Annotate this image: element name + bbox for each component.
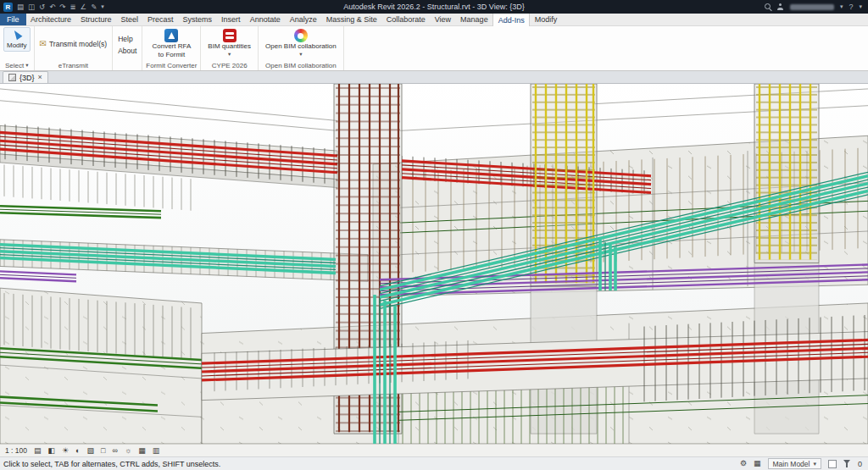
panel-label-etransmit: eTransmit [38,60,109,70]
modify-cursor-icon [11,29,22,41]
modify-button-label: Modify [7,42,27,50]
titlebar-overflow-caret-icon[interactable]: ▾ [859,3,862,10]
qat-customize-caret-icon[interactable]: ▾ [101,3,104,10]
select-caret-icon: ▾ [25,63,28,69]
view-tab-bar: {3D} × [0,71,868,84]
transmit-models-button[interactable]: ✉ Transmit model(s) [38,39,109,49]
account-menu-caret-icon[interactable]: ▾ [840,3,843,10]
about-button[interactable]: About [116,46,138,56]
search-icon[interactable] [765,3,771,10]
active-design-option-value: Main Model [773,460,810,468]
measure-icon[interactable]: ∠ [81,3,87,11]
open-icon[interactable]: ▤ [17,3,24,11]
exclude-options-checkbox[interactable] [828,460,837,468]
title-bar: R ▤ ◫ ↺ ↶ ↷ ≣ ∠ ✎ ▾ Autodesk Revit 2026.… [0,0,868,14]
redo-icon[interactable]: ↷ [59,3,65,11]
view-3d-icon [8,74,16,81]
view-tab-3d[interactable]: {3D} × [3,71,48,83]
tab-structure[interactable]: Structure [76,14,117,25]
scale-button[interactable]: 1 : 100 [5,446,27,455]
print-icon[interactable]: ≣ [70,3,75,11]
tab-file[interactable]: File [0,14,26,25]
formit-icon [164,29,178,42]
undo-icon[interactable]: ↶ [49,3,55,11]
displace-elements-icon[interactable]: ▥ [153,447,160,455]
visual-style-icon[interactable]: ◧ [48,447,56,455]
temporary-view-properties-icon[interactable]: ▦ [138,447,146,455]
active-design-option-select[interactable]: Main Model ▾ [768,458,821,469]
annotate-icon[interactable]: ✎ [91,3,97,11]
status-hint: Click to select, TAB for alternates, CTR… [3,460,220,468]
panel-cype: BIM quantities ▾ CYPE 2026 [201,26,259,70]
panel-help-about: Help About [113,26,142,70]
user-name-redacted [790,4,834,10]
quick-access-toolbar: R ▤ ◫ ↺ ↶ ↷ ≣ ∠ ✎ ▾ [0,3,104,12]
workset-icon[interactable]: ⚙ [740,460,747,467]
open-bim-collaboration-button[interactable]: Open BIM collaboration ▾ [262,27,340,58]
crop-view-icon[interactable]: ▧ [87,447,95,455]
status-bar-right: ⚙ ▦ Main Model ▾ 0 [740,458,865,469]
tab-view[interactable]: View [430,14,455,25]
detail-level-icon[interactable]: ▤ [34,447,42,455]
sync-icon[interactable]: ↺ [39,3,45,11]
filter-count: 0 [858,460,862,468]
ribbon: Modify Select ▾ ✉ Transmit model(s) eTra… [0,26,868,71]
save-icon[interactable]: ◫ [28,3,35,11]
view-control-bar: 1 : 100 ▤ ◧ ☀ ◐ ▧ □ ∞ ☼ ▦ ▥ [0,444,868,456]
panel-label-open-bim: Open BIM collaboration [262,60,340,70]
tab-modify[interactable]: Modify [530,14,562,25]
reveal-hidden-elements-icon[interactable]: ☼ [125,447,131,455]
design-options-icon[interactable]: ▦ [754,460,761,467]
panel-select: Modify Select ▾ [0,26,35,70]
status-bar: Click to select, TAB for alternates, CTR… [0,456,868,470]
transmit-icon: ✉ [40,40,47,48]
bim-quantities-button[interactable]: BIM quantities ▾ [204,27,254,58]
open-bim-collaboration-icon [294,29,308,42]
tab-add-ins[interactable]: Add-Ins [492,14,530,26]
shadows-icon[interactable]: ◐ [75,447,80,455]
tab-massing-site[interactable]: Massing & Site [321,14,381,25]
filter-icon[interactable] [843,460,851,468]
design-option-caret-icon: ▾ [813,461,816,467]
title-bar-right: ▾ ? ▾ [765,3,868,11]
account-icon[interactable] [777,3,784,10]
app-title: Autodesk Revit 2026.2 - Structural.rvt -… [0,3,868,11]
rebar-column-right [756,84,817,260]
revit-logo-icon[interactable]: R [3,3,13,12]
sun-path-icon[interactable]: ☀ [62,447,69,455]
cype-icon [223,29,236,42]
modify-button[interactable]: Modify [3,27,31,52]
panel-formit-converter: Convert RFA to Formit Formit Converter [142,26,201,70]
panel-label-cype: CYPE 2026 [204,60,254,70]
revit-window: R ▤ ◫ ↺ ↶ ↷ ≣ ∠ ✎ ▾ Autodesk Revit 2026.… [0,0,868,470]
bim-quantities-caret-icon: ▾ [228,52,231,58]
help-button[interactable]: Help [116,34,134,44]
temporary-hide-isolate-icon[interactable]: ∞ [113,447,118,455]
panel-etransmit: ✉ Transmit model(s) eTransmit [35,26,114,70]
tab-manage[interactable]: Manage [456,14,493,25]
panel-label-select[interactable]: Select ▾ [3,60,31,70]
model-viewport[interactable] [0,84,868,444]
tab-systems[interactable]: Systems [178,14,217,25]
show-crop-region-icon[interactable]: □ [101,447,105,455]
panel-open-bim-collaboration: Open BIM collaboration ▾ Open BIM collab… [259,26,344,70]
structural-3d-scene [0,84,868,444]
view-tab-label: {3D} [19,74,35,82]
tab-analyze[interactable]: Analyze [285,14,321,25]
tab-insert[interactable]: Insert [217,14,246,25]
tab-precast[interactable]: Precast [143,14,179,25]
open-bim-caret-icon: ▾ [299,52,302,58]
close-view-tab-icon[interactable]: × [38,74,42,81]
help-icon[interactable]: ? [849,3,853,11]
convert-rfa-to-formit-button[interactable]: Convert RFA to Formit [148,27,194,61]
panel-label-formit: Formit Converter [146,61,197,70]
tab-collaborate[interactable]: Collaborate [381,14,430,25]
tab-steel[interactable]: Steel [116,14,143,25]
tab-annotate[interactable]: Annotate [245,14,285,25]
ribbon-tab-bar: File Architecture Structure Steel Precas… [0,14,868,26]
tab-architecture[interactable]: Architecture [26,14,76,25]
